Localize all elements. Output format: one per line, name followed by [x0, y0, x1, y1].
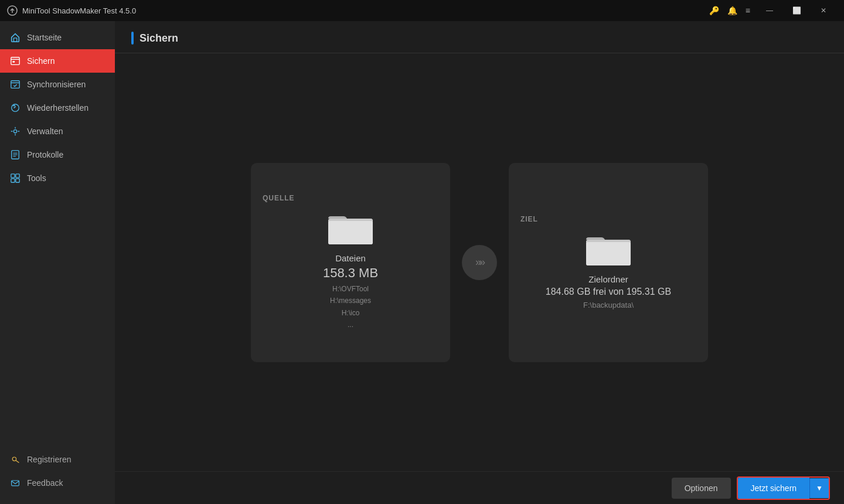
sidebar-label-synchronisieren: Synchronisieren — [27, 80, 86, 89]
page-header-accent — [131, 32, 134, 45]
svg-rect-22 — [328, 221, 373, 244]
key-icon[interactable]: 🔑 — [709, 6, 719, 15]
page-title: Sichern — [139, 32, 178, 45]
sidebar-label-protokolle: Protokolle — [27, 150, 63, 159]
source-type: Dateien — [335, 253, 366, 263]
sidebar-item-startseite[interactable]: Startseite — [0, 26, 115, 49]
sidebar-item-synchronisieren[interactable]: Synchronisieren — [0, 73, 115, 96]
svg-point-7 — [12, 104, 19, 112]
backup-button-group: Jetzt sichern ▼ — [737, 476, 830, 500]
sidebar-footer: Registrieren Feedback — [0, 448, 115, 504]
dest-folder-icon — [585, 229, 632, 270]
home-icon — [9, 32, 21, 43]
backup-now-button[interactable]: Jetzt sichern — [738, 478, 810, 499]
dest-path: F:\backupdata\ — [583, 301, 634, 309]
sidebar-item-protokolle[interactable]: Protokolle — [0, 143, 115, 166]
app-logo — [7, 5, 18, 16]
bottom-bar: Optionen Jetzt sichern ▼ — [115, 471, 844, 504]
svg-rect-1 — [13, 38, 16, 42]
titlebar: MiniTool ShadowMaker Test 4.5.0 🔑 🔔 ≡ — … — [0, 0, 844, 21]
main-layout: Startseite Sichern — [0, 21, 844, 504]
sync-icon — [9, 79, 21, 90]
sidebar-label-registrieren: Registrieren — [27, 455, 71, 464]
sidebar-item-registrieren[interactable]: Registrieren — [0, 448, 115, 471]
svg-line-18 — [16, 461, 19, 463]
restore-icon — [9, 102, 21, 114]
sidebar-item-tools[interactable]: Tools — [0, 166, 115, 190]
sidebar-item-wiederherstellen[interactable]: Wiederherstellen — [0, 96, 115, 120]
svg-point-17 — [12, 457, 16, 461]
sidebar-label-feedback: Feedback — [27, 478, 63, 488]
content-area: Sichern QUELLE Dateien 158. — [115, 21, 844, 504]
svg-rect-4 — [13, 61, 15, 63]
svg-rect-13 — [11, 174, 15, 178]
tools-icon — [9, 172, 21, 184]
maximize-button[interactable]: ⬜ — [783, 0, 810, 21]
key-icon — [9, 454, 21, 465]
manage-icon — [9, 125, 21, 137]
dest-type: Zielordner — [588, 274, 628, 284]
svg-rect-5 — [11, 81, 19, 88]
svg-point-8 — [13, 130, 16, 132]
sidebar-label-wiederherstellen: Wiederherstellen — [27, 103, 89, 113]
backup-area: QUELLE Dateien 158.3 MB H:\OVFTool H: — [115, 53, 844, 471]
sidebar-label-sichern: Sichern — [27, 56, 55, 66]
app-title: MiniTool ShadowMaker Test 4.5.0 — [22, 6, 709, 15]
sidebar-nav: Startseite Sichern — [0, 21, 115, 448]
close-button[interactable]: ✕ — [810, 0, 837, 21]
svg-rect-25 — [586, 242, 631, 265]
dest-card[interactable]: ZIEL Zielordner 184.68 GB frei von 195.3… — [509, 163, 708, 362]
arrow-symbol: »» — [475, 256, 484, 268]
source-paths: H:\OVFTool H:\messages H:\ico ... — [330, 283, 371, 331]
dest-label: ZIEL — [520, 215, 538, 223]
sidebar-item-verwalten[interactable]: Verwalten — [0, 120, 115, 143]
sidebar-item-sichern[interactable]: Sichern — [0, 49, 115, 73]
log-icon — [9, 149, 21, 161]
svg-rect-2 — [11, 57, 19, 65]
page-header: Sichern — [115, 21, 844, 53]
source-label: QUELLE — [263, 194, 294, 202]
sidebar-label-verwalten: Verwalten — [27, 127, 63, 136]
source-card-inner: QUELLE Dateien 158.3 MB H:\OVFTool H: — [263, 175, 438, 350]
source-card[interactable]: QUELLE Dateien 158.3 MB H:\OVFTool H: — [251, 163, 450, 362]
sidebar-label-tools: Tools — [27, 173, 46, 183]
titlebar-icon-group: 🔑 🔔 ≡ — [709, 6, 750, 15]
backup-dropdown-button[interactable]: ▼ — [809, 478, 829, 498]
svg-rect-19 — [12, 481, 19, 486]
arrow-indicator: »» — [462, 245, 497, 280]
menu-icon[interactable]: ≡ — [746, 6, 750, 15]
sidebar-label-startseite: Startseite — [27, 33, 62, 42]
minimize-button[interactable]: — — [756, 0, 783, 21]
source-size: 158.3 MB — [323, 265, 378, 281]
svg-rect-14 — [16, 174, 19, 178]
dest-free: 184.68 GB frei von 195.31 GB — [546, 287, 671, 297]
svg-rect-16 — [16, 179, 19, 182]
backup-icon — [9, 55, 21, 67]
options-button[interactable]: Optionen — [672, 478, 731, 499]
source-folder-icon — [327, 208, 374, 248]
window-controls: — ⬜ ✕ — [756, 0, 837, 21]
svg-rect-15 — [11, 179, 15, 182]
sidebar: Startseite Sichern — [0, 21, 115, 504]
bell-icon[interactable]: 🔔 — [727, 6, 737, 15]
mail-icon — [9, 477, 21, 489]
dest-card-inner: ZIEL Zielordner 184.68 GB frei von 195.3… — [520, 175, 696, 350]
sidebar-item-feedback[interactable]: Feedback — [0, 471, 115, 495]
